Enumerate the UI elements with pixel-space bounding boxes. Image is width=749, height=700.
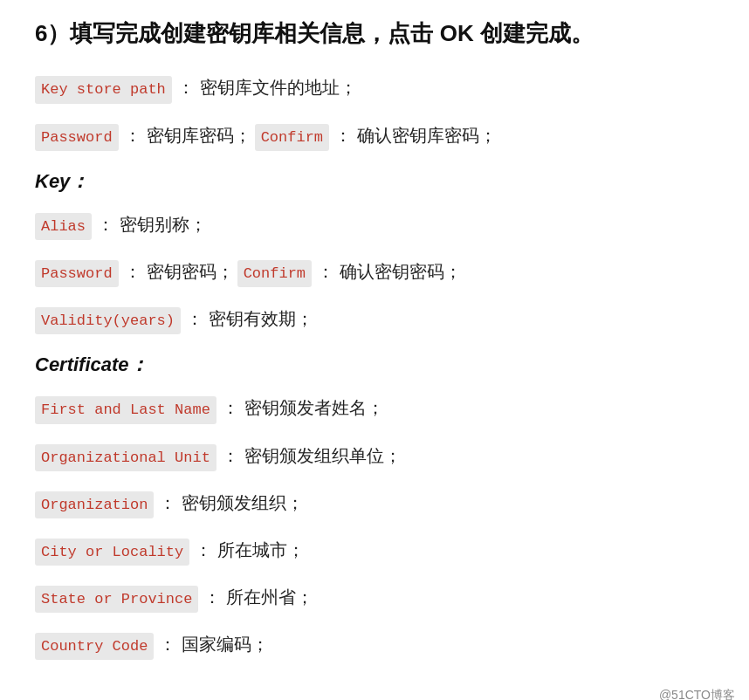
org-tag: Organization — [35, 491, 154, 518]
org-unit-desc: 密钥颁发组织单位； — [244, 442, 402, 470]
first-last-name-sep: ： — [222, 394, 239, 422]
country-tag: Country Code — [35, 633, 154, 660]
confirm-sep: ： — [334, 121, 352, 149]
key-password-sep: ： — [124, 257, 141, 285]
alias-tag: Alias — [35, 213, 92, 240]
password-desc: 密钥库密码； — [147, 121, 251, 149]
country-row: Country Code ： 国家编码； — [35, 630, 714, 660]
certificate-section-label: Certificate： — [35, 352, 714, 378]
city-desc: 所在城市； — [217, 536, 305, 564]
validity-row: Validity(years) ： 密钥有效期； — [35, 305, 714, 334]
first-last-name-desc: 密钥颁发者姓名； — [244, 394, 384, 422]
validity-tag: Validity(years) — [35, 307, 181, 334]
state-tag: State or Province — [35, 586, 198, 613]
validity-desc: 密钥有效期； — [209, 305, 313, 333]
confirm-desc: 确认密钥库密码； — [357, 121, 497, 149]
state-sep: ： — [203, 583, 221, 611]
watermark: @51CTO博客 — [659, 688, 735, 700]
alias-desc: 密钥别称； — [120, 210, 207, 238]
key-confirm-sep: ： — [317, 257, 334, 285]
password-confirm-row: Password ： 密钥库密码； Confirm ： 确认密钥库密码； — [35, 121, 714, 151]
org-row: Organization ： 密钥颁发组织； — [35, 489, 714, 518]
country-desc: 国家编码； — [182, 630, 269, 658]
validity-sep: ： — [186, 305, 203, 333]
password-tag: Password — [35, 124, 119, 151]
state-desc: 所在州省； — [226, 583, 313, 611]
key-store-path-sep: ： — [177, 73, 195, 101]
key-confirm-desc: 确认密钥密码； — [340, 257, 462, 285]
state-row: State or Province ： 所在州省； — [35, 583, 714, 613]
alias-sep: ： — [97, 210, 114, 238]
org-desc: 密钥颁发组织； — [182, 489, 304, 517]
key-store-path-tag: Key store path — [35, 76, 172, 103]
key-password-confirm-row: Password ： 密钥密码； Confirm ： 确认密钥密码； — [35, 257, 714, 287]
confirm-tag: Confirm — [255, 124, 329, 151]
first-last-name-row: First and Last Name ： 密钥颁发者姓名； — [35, 394, 714, 423]
key-section-label: Key： — [35, 168, 714, 195]
city-row: City or Locality ： 所在城市； — [35, 536, 714, 566]
key-store-path-row: Key store path ： 密钥库文件的地址； — [35, 73, 714, 103]
city-tag: City or Locality — [35, 539, 189, 566]
alias-row: Alias ： 密钥别称； — [35, 210, 714, 240]
key-store-path-desc: 密钥库文件的地址； — [200, 73, 357, 101]
heading: 6）填写完成创建密钥库相关信息，点击 OK 创建完成。 — [35, 17, 714, 49]
password-sep: ： — [124, 121, 141, 149]
country-sep: ： — [159, 630, 176, 658]
org-unit-row: Organizational Unit ： 密钥颁发组织单位； — [35, 442, 714, 471]
key-confirm-tag: Confirm — [237, 260, 312, 287]
org-unit-sep: ： — [222, 442, 239, 470]
org-sep: ： — [159, 489, 176, 517]
first-last-name-tag: First and Last Name — [35, 396, 216, 423]
org-unit-tag: Organizational Unit — [35, 444, 216, 471]
key-password-tag: Password — [35, 260, 119, 287]
key-password-desc: 密钥密码； — [147, 257, 234, 285]
city-sep: ： — [195, 536, 212, 564]
